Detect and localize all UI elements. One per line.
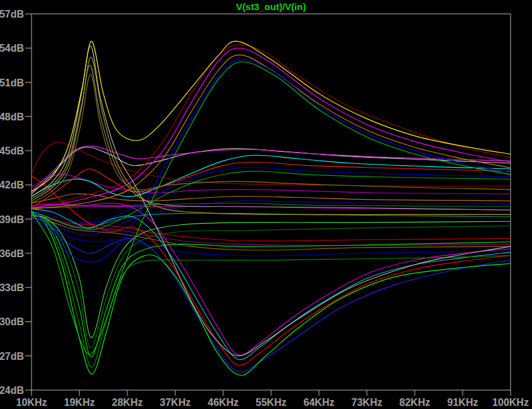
- trace-mid-orange-flat: [32, 193, 511, 203]
- x-tick-label: 91KHz: [448, 397, 478, 408]
- trace-arch-red: [32, 162, 511, 207]
- x-tick-label: 100KHz: [492, 397, 529, 408]
- plot-canvas[interactable]: 57dB54dB51dB48dB45dB42dB39dB36dB33dB30dB…: [0, 0, 532, 409]
- x-tick-label: 64KHz: [304, 397, 335, 408]
- x-tick-label: 28KHz: [112, 397, 143, 408]
- y-tick-label: 27dB: [0, 351, 24, 362]
- y-tick-label: 24dB: [0, 385, 24, 396]
- x-tick-label: 10KHz: [16, 397, 47, 408]
- y-tick-label: 45dB: [0, 146, 24, 156]
- x-tick-label: 37KHz: [160, 397, 191, 408]
- x-tick-label: 55KHz: [256, 397, 287, 408]
- x-tick-label: 19KHz: [64, 397, 95, 408]
- y-tick-label: 54dB: [0, 43, 24, 54]
- trace-peak48-maroon: [32, 45, 511, 205]
- trace-arch-gray: [32, 147, 511, 193]
- y-tick-label: 57dB: [0, 9, 24, 20]
- trace-arch-magenta: [32, 146, 511, 192]
- trace-peak48-green: [32, 62, 511, 355]
- x-tick-label: 46KHz: [208, 397, 239, 408]
- trace-notch48-blue: [32, 217, 511, 372]
- x-tick-label: 73KHz: [352, 397, 383, 408]
- y-tick-label: 30dB: [0, 316, 24, 327]
- x-tick-label: 82KHz: [400, 397, 431, 408]
- y-tick-label: 51dB: [0, 78, 24, 88]
- waveform-viewer: V(st3_out)/V(in) 57dB54dB51dB48dB45dB42d…: [0, 0, 532, 409]
- y-tick-label: 36dB: [0, 248, 24, 259]
- trace-notch21-green3: [32, 214, 511, 357]
- y-tick-label: 48dB: [0, 112, 24, 122]
- trace-notch21-green-double: [32, 211, 511, 376]
- y-tick-label: 42dB: [0, 180, 24, 190]
- y-tick-label: 33dB: [0, 282, 24, 293]
- y-tick-label: 39dB: [0, 214, 24, 225]
